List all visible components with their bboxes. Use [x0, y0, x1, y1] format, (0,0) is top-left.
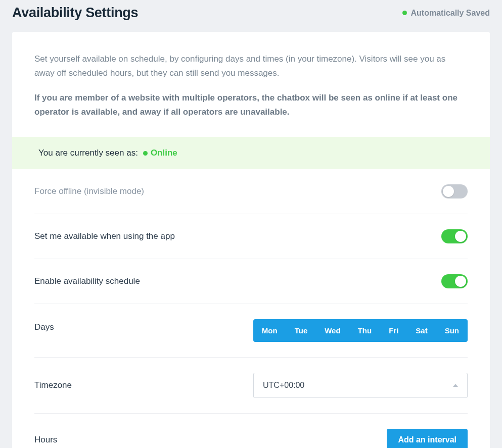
row-enable-schedule: Enable availability schedule	[34, 259, 468, 304]
enable-schedule-label: Enable availability schedule	[34, 276, 140, 286]
toggle-knob	[455, 231, 466, 242]
status-dot-icon	[143, 151, 148, 156]
add-interval-button[interactable]: Add an interval	[387, 429, 468, 448]
intro-text-1: Set yourself available on schedule, by c…	[34, 52, 468, 80]
hours-label: Hours	[34, 435, 57, 445]
toggle-knob	[455, 276, 466, 287]
row-hours: Hours Add an interval	[34, 414, 468, 448]
toggle-knob	[443, 186, 454, 197]
intro-block: Set yourself available on schedule, by c…	[12, 32, 490, 137]
day-pill-thu[interactable]: Thu	[349, 319, 381, 342]
page-title: Availability Settings	[12, 5, 138, 21]
row-days: Days Mon Tue Wed Thu Fri Sat Sun	[34, 304, 468, 358]
day-pill-fri[interactable]: Fri	[380, 319, 407, 342]
row-timezone: Timezone UTC+00:00	[34, 358, 468, 414]
day-pill-sun[interactable]: Sun	[436, 319, 468, 342]
autosave-dot-icon	[402, 11, 407, 15]
day-pill-wed[interactable]: Wed	[316, 319, 349, 342]
autosave-indicator: Automatically Saved	[402, 9, 490, 18]
force-offline-toggle[interactable]	[441, 184, 468, 198]
autosave-label: Automatically Saved	[411, 9, 490, 18]
timezone-label: Timezone	[34, 380, 72, 390]
available-app-label: Set me available when using the app	[34, 231, 175, 241]
intro-text-2: If you are member of a website with mult…	[34, 91, 468, 119]
status-prefix: You are currently seen as:	[38, 148, 138, 158]
day-pill-mon[interactable]: Mon	[253, 319, 286, 342]
timezone-select[interactable]: UTC+00:00	[253, 373, 468, 398]
day-pill-sat[interactable]: Sat	[407, 319, 436, 342]
status-value: Online	[143, 148, 177, 158]
enable-schedule-toggle[interactable]	[441, 274, 468, 288]
status-text: Online	[151, 148, 177, 158]
days-selector: Mon Tue Wed Thu Fri Sat Sun	[253, 319, 468, 342]
caret-up-icon	[453, 384, 458, 387]
available-app-toggle[interactable]	[441, 229, 468, 243]
row-available-app: Set me available when using the app	[34, 214, 468, 259]
force-offline-label: Force offline (invisible mode)	[34, 186, 144, 196]
day-pill-tue[interactable]: Tue	[286, 319, 316, 342]
settings-card: Set yourself available on schedule, by c…	[12, 32, 490, 448]
status-banner: You are currently seen as: Online	[12, 137, 490, 169]
timezone-value: UTC+00:00	[263, 381, 304, 390]
days-label: Days	[34, 319, 54, 332]
row-force-offline: Force offline (invisible mode)	[34, 169, 468, 214]
